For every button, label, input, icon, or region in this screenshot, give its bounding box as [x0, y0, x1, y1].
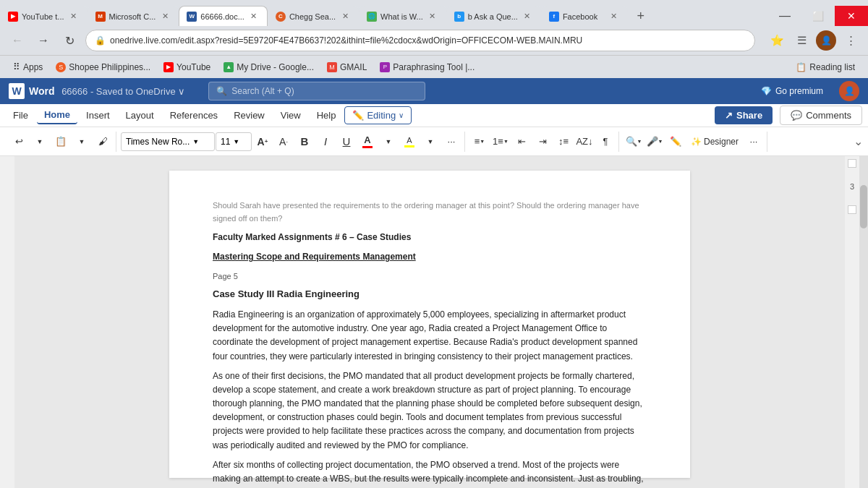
minimize-button[interactable]: — [768, 6, 801, 26]
show-para-button[interactable]: ¶ [595, 132, 616, 152]
highlight-dropdown[interactable]: ▼ [420, 132, 441, 152]
tab-whatis-close[interactable]: ✕ [427, 11, 438, 22]
microsoft-favicon: M [95, 12, 106, 22]
vertical-scrollbar[interactable] [859, 156, 868, 488]
more-toolbar-button[interactable]: ··· [744, 132, 764, 152]
paragraph-spacing-button[interactable]: ↕≡ [553, 132, 574, 152]
decrease-indent-button[interactable]: ⇤ [511, 132, 532, 152]
whatis-favicon: 🌐 [367, 12, 377, 22]
tab-askque-close[interactable]: ✕ [522, 11, 533, 22]
collections-icon[interactable]: ☰ [791, 30, 812, 51]
toolbar-collapse-button[interactable]: ⌄ [854, 134, 862, 148]
menu-file[interactable]: File [6, 107, 35, 124]
underline-button[interactable]: U [336, 132, 357, 152]
scrollbar-thumb[interactable] [860, 185, 867, 228]
document-content-wrap[interactable]: Should Sarah have presented the requirem… [14, 156, 845, 488]
menu-review[interactable]: Review [226, 107, 272, 124]
increase-font-button[interactable]: A+ [252, 132, 273, 152]
refresh-button[interactable]: ↻ [59, 30, 80, 51]
settings-icon[interactable]: ⋮ [841, 30, 861, 51]
clipboard-dropdown[interactable]: ▼ [72, 132, 92, 152]
tab-askque[interactable]: b b Ask a Que... ✕ [446, 6, 541, 26]
url-bar[interactable]: 🔒 onedrive.live.com/edit.aspx?resid=5E97… [85, 30, 755, 51]
sort-button[interactable]: AZ↓ [574, 132, 595, 152]
italic-button[interactable]: I [315, 132, 336, 152]
tab-facebook-close[interactable]: ✕ [608, 11, 620, 22]
tab-chegg-close[interactable]: ✕ [339, 11, 351, 22]
reading-list-button[interactable]: 📋 Reading list [790, 60, 861, 74]
word-app-name: Word [29, 85, 55, 97]
dictate-button[interactable]: 🎤▼ [644, 132, 665, 152]
paragraph-2: As one of their first decisions, the PMO… [213, 369, 647, 453]
format-painter-button[interactable]: 🖌 [93, 132, 113, 152]
font-size-selector[interactable]: 11 ▼ [216, 132, 252, 151]
menu-help[interactable]: Help [310, 107, 344, 124]
bookmark-gmail[interactable]: M GMAIL [321, 60, 373, 74]
scroll-marker-bottom[interactable] [848, 205, 856, 214]
tab-microsoft-title: Microsoft C... [109, 12, 156, 21]
new-tab-button[interactable]: + [631, 6, 651, 26]
increase-indent-button[interactable]: ⇥ [532, 132, 553, 152]
bookmark-shopee[interactable]: S Shopee Philippines... [50, 60, 156, 74]
menu-references[interactable]: References [163, 107, 225, 124]
tab-whatis[interactable]: 🌐 What is W... ✕ [359, 6, 446, 26]
designer-button[interactable]: ✨ Designer [686, 132, 743, 152]
document-area: Should Sarah have presented the requirem… [0, 156, 868, 488]
forward-button[interactable]: → [33, 30, 54, 51]
menu-home[interactable]: Home [37, 106, 77, 124]
tab-askque-title: b Ask a Que... [468, 12, 518, 21]
font-color-button[interactable]: A [357, 132, 378, 152]
maximize-button[interactable]: ⬜ [801, 6, 835, 26]
bookmark-apps-label: Apps [23, 62, 43, 72]
chegg-favicon: C [276, 12, 286, 22]
numbering-button[interactable]: 1≡▼ [490, 132, 511, 152]
editing-chevron-icon: ∨ [399, 111, 404, 119]
scroll-marker-top[interactable] [848, 159, 856, 168]
address-bar: ← → ↻ 🔒 onedrive.live.com/edit.aspx?resi… [0, 26, 868, 55]
editor-button[interactable]: ✏️ [665, 132, 686, 152]
tab-youtube-close[interactable]: ✕ [68, 11, 80, 22]
close-button[interactable]: ✕ [835, 6, 868, 26]
page-number-marker: 3 [850, 182, 854, 191]
header-avatar[interactable]: 👤 [839, 81, 859, 101]
bookmark-paraphrasing[interactable]: P Paraphrasing Tool |... [374, 60, 480, 74]
doc-sidebar-left [0, 156, 14, 488]
tab-word-doc[interactable]: W 66666.doc... ✕ [179, 6, 268, 26]
tab-chegg[interactable]: C Chegg Sea... ✕ [268, 6, 359, 26]
search-replace-button[interactable]: 🔍▼ [624, 132, 644, 152]
tab-facebook[interactable]: f Facebook ✕ [541, 6, 628, 26]
share-icon: ↗ [725, 110, 733, 121]
undo-button[interactable]: ↩ [9, 132, 29, 152]
tab-youtube[interactable]: ▶ YouTube t... ✕ [0, 6, 88, 26]
profile-avatar[interactable]: 👤 [816, 30, 836, 51]
clipboard-button[interactable]: 📋 [51, 132, 71, 152]
word-search-bar[interactable]: 🔍 Search (Alt + Q) [208, 82, 425, 100]
bookmark-youtube[interactable]: ▶ YouTube [158, 60, 216, 74]
menu-layout[interactable]: Layout [119, 107, 161, 124]
menu-view[interactable]: View [273, 107, 308, 124]
tab-microsoft[interactable]: M Microsoft C... ✕ [88, 6, 179, 26]
menu-insert[interactable]: Insert [79, 107, 117, 124]
apps-grid-icon: ⠿ [13, 61, 20, 72]
more-font-button[interactable]: ··· [441, 132, 461, 152]
undo-dropdown[interactable]: ▼ [30, 132, 50, 152]
comments-button[interactable]: 💬 Comments [780, 106, 862, 125]
bullets-button[interactable]: ≡▼ [469, 132, 490, 152]
back-button[interactable]: ← [7, 30, 27, 51]
tab-word-close[interactable]: ✕ [248, 11, 260, 22]
bookmark-paraphrasing-label: Paraphrasing Tool |... [393, 62, 475, 72]
share-button[interactable]: ↗ Share [715, 106, 773, 124]
go-premium-button[interactable]: 💎 Go premium [754, 83, 830, 99]
decrease-font-button[interactable]: A- [273, 132, 294, 152]
bookmark-apps[interactable]: ⠿ Apps [7, 59, 48, 74]
search-bar-icon[interactable]: ⭐ [767, 30, 787, 51]
bold-button[interactable]: B [294, 132, 315, 152]
font-family-selector[interactable]: Times New Ro... ▼ [121, 132, 215, 151]
bookmarks-bar: ⠿ Apps S Shopee Philippines... ▶ YouTube… [0, 55, 868, 78]
bookmark-drive[interactable]: ▲ My Drive - Google... [218, 60, 320, 74]
word-logo-icon: W [9, 83, 25, 99]
font-color-dropdown[interactable]: ▼ [378, 132, 399, 152]
tab-microsoft-close[interactable]: ✕ [159, 11, 171, 22]
editing-button[interactable]: ✏️ Editing ∨ [344, 106, 412, 124]
highlight-button[interactable]: A [399, 132, 420, 152]
